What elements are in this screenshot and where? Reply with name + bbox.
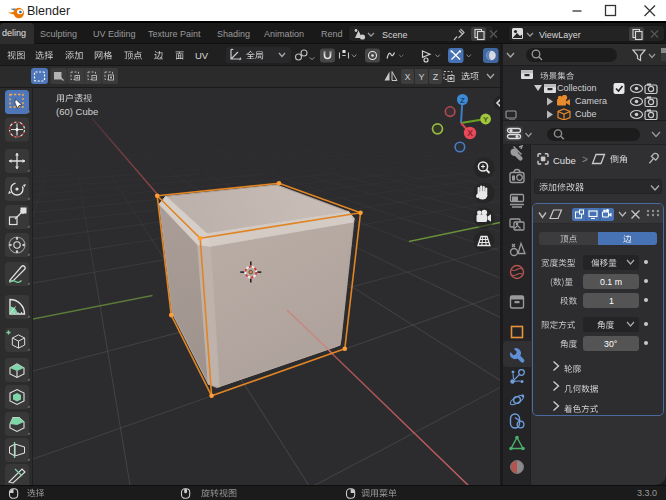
svg-text:X: X <box>404 72 410 82</box>
svg-text:Y: Y <box>483 115 489 124</box>
svg-text:Z: Z <box>460 96 465 105</box>
svg-text:Y: Y <box>418 72 424 82</box>
svg-text:X: X <box>467 128 473 138</box>
svg-text:Z: Z <box>433 72 439 82</box>
